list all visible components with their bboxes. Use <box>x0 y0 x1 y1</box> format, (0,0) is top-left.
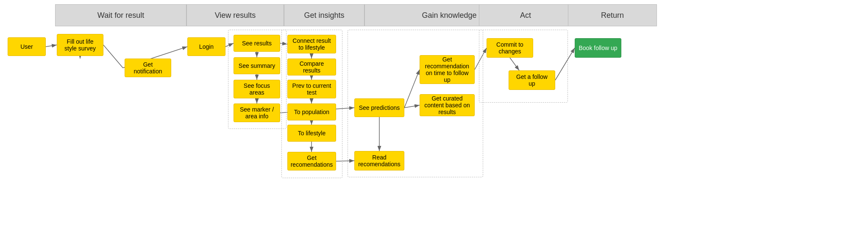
login-box[interactable]: Login <box>187 37 225 56</box>
get-curated-box[interactable]: Get curated content based on results <box>420 94 475 116</box>
get-recommendation-time-box[interactable]: Get recommendation on time to follow up <box>420 55 475 84</box>
user-box[interactable]: User <box>8 37 46 56</box>
get-notification-box[interactable]: Get notification <box>125 59 171 77</box>
get-recomendations-box[interactable]: Get recomendations <box>287 152 336 171</box>
svg-line-3 <box>103 45 123 68</box>
see-summary-box[interactable]: See summary <box>234 57 280 74</box>
connect-result-box[interactable]: Connect result to lifestyle <box>287 35 336 53</box>
see-focus-areas-box[interactable]: See focus areas <box>234 80 280 98</box>
phase-act: Act <box>479 4 572 26</box>
prev-current-box[interactable]: Prev to current test <box>287 80 336 98</box>
fill-survey-box[interactable]: Fill out life style survey <box>57 34 103 56</box>
phase-insights: Get insights <box>284 4 364 26</box>
compare-results-box[interactable]: Compare results <box>287 59 336 75</box>
phase-wait: Wait for result <box>55 4 186 26</box>
see-predictions-box[interactable]: See predictions <box>354 98 404 117</box>
read-recomendations-box[interactable]: Read recomendations <box>354 151 404 171</box>
to-population-box[interactable]: To population <box>287 103 336 120</box>
get-follow-up-box[interactable]: Get a follow up <box>509 70 555 90</box>
phase-return: Return <box>568 4 657 26</box>
see-marker-box[interactable]: See marker / area info <box>234 103 280 122</box>
see-results-box[interactable]: See results <box>234 35 280 52</box>
commit-changes-box[interactable]: Commit to changes <box>487 38 533 58</box>
svg-line-1 <box>46 45 57 47</box>
phase-view: View results <box>186 4 284 26</box>
to-lifestyle-box[interactable]: To lifestyle <box>287 125 336 142</box>
diagram-container: Wait for result View results Get insight… <box>0 0 868 232</box>
book-follow-up-box[interactable]: Book follow up <box>575 38 621 58</box>
